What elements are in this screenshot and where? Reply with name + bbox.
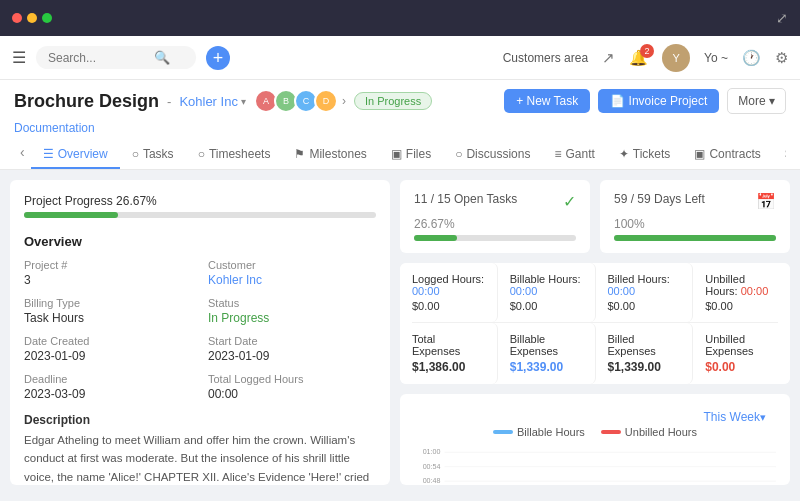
close-button[interactable] bbox=[12, 13, 22, 23]
status-label: Status bbox=[208, 297, 376, 309]
status-value: In Progress bbox=[208, 311, 376, 325]
open-tasks-progress-bg bbox=[414, 235, 576, 241]
topbar: ⤢ bbox=[0, 0, 800, 36]
left-panel: Project Progress 26.67% Overview Project… bbox=[10, 180, 390, 485]
open-tasks-label: 11 / 15 Open Tasks bbox=[414, 192, 517, 206]
start-date-value: 2023-01-09 bbox=[208, 349, 376, 363]
project-num-value: 3 bbox=[24, 273, 192, 287]
tab-discussions[interactable]: ○ Discussions bbox=[443, 141, 542, 169]
customer-label: Customer bbox=[208, 259, 376, 271]
unbilled-hours-label: Unbilled Hours: 00:00 bbox=[705, 273, 778, 297]
billable-expense-value: $1,339.00 bbox=[510, 360, 583, 374]
chart-svg: 01:00 00:54 00:48 00:42 00:36 00:30 00:2… bbox=[412, 444, 778, 485]
files-tab-label: Files bbox=[406, 147, 431, 161]
logged-hours-card: Logged Hours: 00:00 $0.00 bbox=[400, 263, 498, 322]
contracts-tab-icon: ▣ bbox=[694, 147, 705, 161]
avatars-chevron-icon[interactable]: › bbox=[342, 94, 346, 108]
open-tasks-top: 11 / 15 Open Tasks ✓ bbox=[414, 192, 576, 211]
billable-hours-amount: $0.00 bbox=[510, 300, 583, 312]
tickets-tab-icon: ✦ bbox=[619, 147, 629, 161]
svg-text:00:54: 00:54 bbox=[423, 463, 441, 471]
timesheets-tab-icon: ○ bbox=[198, 147, 205, 161]
notification-icon[interactable]: 🔔 2 bbox=[629, 49, 648, 67]
this-week-chevron-icon[interactable]: ▾ bbox=[760, 411, 766, 424]
tab-tasks[interactable]: ○ Tasks bbox=[120, 141, 186, 169]
billable-expense-card: Billable Expenses $1,339.00 bbox=[498, 323, 596, 384]
tabs: ‹ ☰ Overview ○ Tasks ○ Timesheets ⚑ Mile… bbox=[14, 141, 786, 169]
progress-bar-fill bbox=[24, 212, 118, 218]
more-chevron-icon: ▾ bbox=[769, 94, 775, 108]
customer-value[interactable]: Kohler Inc bbox=[208, 273, 376, 287]
overview-tab-icon: ☰ bbox=[43, 147, 54, 161]
user-greeting: Yo ~ bbox=[704, 51, 728, 65]
tab-overview[interactable]: ☰ Overview bbox=[31, 141, 120, 169]
billable-hours-label: Billable Hours: 00:00 bbox=[510, 273, 583, 297]
total-expense-value: $1,386.00 bbox=[412, 360, 485, 374]
client-chevron-icon: ▾ bbox=[241, 96, 246, 107]
share-icon[interactable]: ↗ bbox=[602, 49, 615, 67]
tab-contracts[interactable]: ▣ Contracts bbox=[682, 141, 772, 169]
client-name: Kohler Inc bbox=[179, 94, 238, 109]
billable-legend-label: Billable Hours bbox=[517, 426, 585, 438]
total-expense-card: Total Expenses $1,386.00 bbox=[400, 323, 498, 384]
minimize-button[interactable] bbox=[27, 13, 37, 23]
search-input[interactable] bbox=[48, 51, 148, 65]
total-expense-label: Total Expenses bbox=[412, 333, 485, 357]
billed-hours-amount: $0.00 bbox=[608, 300, 681, 312]
unbilled-expense-card: Unbilled Expenses $0.00 bbox=[693, 323, 790, 384]
dash-separator: - bbox=[167, 94, 171, 109]
tickets-tab-label: Tickets bbox=[633, 147, 671, 161]
more-button[interactable]: More ▾ bbox=[727, 88, 786, 114]
expand-icon[interactable]: ⤢ bbox=[776, 10, 788, 26]
billable-expense-label: Billable Expenses bbox=[510, 333, 583, 357]
days-left-pct: 100% bbox=[614, 217, 776, 231]
stats-row: 11 / 15 Open Tasks ✓ 26.67% 59 / 59 Days… bbox=[400, 180, 790, 253]
tab-milestones[interactable]: ⚑ Milestones bbox=[282, 141, 378, 169]
invoice-button[interactable]: 📄 Invoice Project bbox=[598, 89, 719, 113]
tab-gantt[interactable]: ≡ Gantt bbox=[542, 141, 606, 169]
project-header: Brochure Design - Kohler Inc ▾ A B C D ›… bbox=[0, 80, 800, 170]
logged-hours-amount: $0.00 bbox=[412, 300, 485, 312]
documentation-link[interactable]: Documentation bbox=[14, 121, 95, 135]
tab-timesheets[interactable]: ○ Timesheets bbox=[186, 141, 283, 169]
billed-expense-label: Billed Expenses bbox=[608, 333, 681, 357]
hours-row: Logged Hours: 00:00 $0.00 Billable Hours… bbox=[400, 263, 790, 322]
unbilled-hours-card: Unbilled Hours: 00:00 $0.00 bbox=[693, 263, 790, 322]
billable-hours-card: Billable Hours: 00:00 $0.00 bbox=[498, 263, 596, 322]
description-text-1: Edgar Atheling to meet William and offer… bbox=[24, 431, 376, 485]
tab-prev-icon[interactable]: ‹ bbox=[14, 144, 31, 166]
avatar-d[interactable]: D bbox=[314, 89, 338, 113]
timesheets-tab-label: Timesheets bbox=[209, 147, 271, 161]
chart-wrapper: This Week ▾ Billable Hours Unbilled Hour… bbox=[400, 394, 790, 485]
open-tasks-progress-fill bbox=[414, 235, 457, 241]
tab-files[interactable]: ▣ Files bbox=[379, 141, 443, 169]
project-client[interactable]: Kohler Inc ▾ bbox=[179, 94, 246, 109]
avatar[interactable]: Y bbox=[662, 44, 690, 72]
discussions-tab-label: Discussions bbox=[466, 147, 530, 161]
clock-icon[interactable]: 🕐 bbox=[742, 49, 761, 67]
tab-tickets[interactable]: ✦ Tickets bbox=[607, 141, 683, 169]
this-week-label[interactable]: This Week bbox=[704, 410, 760, 424]
add-button[interactable]: + bbox=[206, 46, 230, 70]
search-box: 🔍 bbox=[36, 46, 196, 69]
status-badge: In Progress bbox=[354, 92, 432, 110]
sales-tab-label: Sales ▾ bbox=[785, 147, 786, 161]
chart-legend: Billable Hours Unbilled Hours bbox=[412, 426, 778, 438]
this-week-row: This Week ▾ bbox=[412, 404, 778, 426]
date-created-col: Date Created 2023-01-09 bbox=[24, 335, 192, 363]
notification-badge: 2 bbox=[640, 44, 654, 58]
unbilled-hours-amount: $0.00 bbox=[705, 300, 778, 312]
main-content: Project Progress 26.67% Overview Project… bbox=[0, 170, 800, 495]
billed-hours-card: Billed Hours: 00:00 $0.00 bbox=[596, 263, 694, 322]
tab-sales[interactable]: Sales ▾ bbox=[773, 141, 786, 169]
files-tab-icon: ▣ bbox=[391, 147, 402, 161]
search-icon[interactable]: 🔍 bbox=[154, 50, 170, 65]
settings-icon[interactable]: ⚙ bbox=[775, 49, 788, 67]
menu-icon[interactable]: ☰ bbox=[12, 48, 26, 67]
customers-area-label: Customers area bbox=[503, 51, 588, 65]
gantt-tab-label: Gantt bbox=[565, 147, 594, 161]
unbilled-legend-color bbox=[601, 430, 621, 434]
maximize-button[interactable] bbox=[42, 13, 52, 23]
start-date-label: Start Date bbox=[208, 335, 376, 347]
new-task-button[interactable]: + New Task bbox=[504, 89, 590, 113]
